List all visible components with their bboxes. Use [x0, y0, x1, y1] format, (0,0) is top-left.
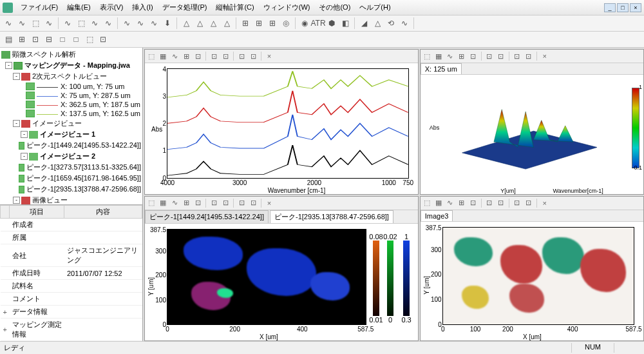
- toolbar-button[interactable]: ∿: [148, 17, 160, 29]
- menu-edit[interactable]: 編集(E): [63, 1, 95, 14]
- panel-toolbar-button[interactable]: ⊡: [236, 198, 247, 208]
- tree-root[interactable]: 顕微スペクトル解析: [12, 50, 76, 59]
- toolbar-button[interactable]: ⊡: [30, 34, 41, 45]
- toolbar-button[interactable]: ⊟: [43, 34, 55, 45]
- toolbar-button[interactable]: ⬚: [30, 17, 41, 29]
- panel-toolbar-button[interactable]: ⊡: [209, 198, 219, 208]
- tree-peak-item[interactable]: ピーク-1[1659.45[1671.98-1645.95]]: [26, 173, 141, 183]
- menu-axis[interactable]: 縦軸計算(C): [212, 1, 258, 14]
- expand-toggle[interactable]: +: [1, 319, 10, 341]
- tree-peak-item[interactable]: ピーク-1[3273.57[3113.51-3325.64]]: [26, 162, 141, 172]
- panel-toolbar-button[interactable]: ▦: [433, 51, 444, 61]
- panel-toolbar-button[interactable]: ⊡: [468, 198, 478, 208]
- toolbar-button[interactable]: ∿: [16, 17, 28, 29]
- restore-button[interactable]: □: [617, 3, 629, 12]
- toolbar-button[interactable]: △: [180, 17, 192, 29]
- toolbar-button[interactable]: ∿: [102, 17, 114, 29]
- panel-toolbar-button[interactable]: ⊡: [220, 51, 231, 61]
- panel-toolbar-button[interactable]: ⬚: [146, 198, 156, 208]
- tree-image-view[interactable]: イメージビュー: [32, 119, 82, 128]
- panel-toolbar-button[interactable]: ⊡: [193, 51, 203, 61]
- toolbar-button[interactable]: ⊡: [97, 34, 109, 45]
- panel-toolbar-button[interactable]: ⊡: [496, 198, 506, 208]
- toolbar-button[interactable]: ∿: [399, 17, 410, 29]
- menu-insert[interactable]: 挿入(I): [128, 1, 156, 14]
- toolbar-button[interactable]: ⊞: [16, 34, 28, 45]
- panel-toolbar-button[interactable]: ⊡: [484, 51, 495, 61]
- optical-image-plot[interactable]: 387.5 300 200 100 0 0 100 200 400 587.5: [442, 227, 634, 326]
- tree-peak-item[interactable]: ピーク-1[2935.13[3788.47-2596.68]]: [26, 184, 141, 194]
- tab-image3[interactable]: Image3: [421, 210, 453, 221]
- tree-imgview1[interactable]: イメージビュー 1: [40, 130, 95, 139]
- menu-other[interactable]: その他(O): [315, 1, 354, 14]
- tree-spectrum-item[interactable]: X: 100 um, Y: 75 um: [61, 83, 124, 90]
- expand-toggle[interactable]: -: [21, 153, 28, 160]
- panel-toolbar-button[interactable]: ∿: [445, 198, 455, 208]
- expand-toggle[interactable]: +: [1, 306, 10, 319]
- menu-window[interactable]: ウィンドウ(W): [260, 1, 314, 14]
- panel-toolbar-button[interactable]: ⊡: [512, 51, 522, 61]
- tab-x125[interactable]: X: 125 um: [421, 63, 462, 74]
- peak-map-plot[interactable]: 387.5 300 200 100 0 0 200 400 587.5: [167, 229, 366, 326]
- tree-spectrum-item[interactable]: X: 137.5 um, Y: 162.5 um: [61, 110, 140, 117]
- toolbar-button[interactable]: △: [221, 17, 232, 29]
- toolbar-button[interactable]: ◉: [299, 17, 310, 29]
- panel-toolbar-button[interactable]: ⊡: [193, 198, 203, 208]
- tree-document[interactable]: マッピングデータ - Mapping.jwa: [24, 61, 130, 70]
- toolbar-button[interactable]: ∿: [121, 17, 133, 29]
- panel-toolbar-button[interactable]: ×: [264, 198, 274, 208]
- toolbar-button[interactable]: ⬇: [162, 17, 173, 29]
- panel-toolbar-button[interactable]: ⊞: [181, 198, 191, 208]
- panel-toolbar-button[interactable]: ⊡: [468, 51, 478, 61]
- close-button[interactable]: ×: [630, 3, 641, 12]
- tree-peak-item[interactable]: ピーク-1[1449.24[1495.53-1422.24]]: [26, 141, 141, 150]
- expand-toggle[interactable]: -: [21, 131, 28, 138]
- menu-view[interactable]: 表示(V): [96, 1, 128, 14]
- minimize-button[interactable]: _: [604, 3, 616, 12]
- panel-toolbar-button[interactable]: ⊡: [248, 51, 258, 61]
- spectra-plot[interactable]: 4 3 2 1 0 4000 3000 2000 1000 750: [167, 68, 409, 179]
- tree-pic-view[interactable]: 画像ビュー: [32, 195, 68, 204]
- toolbar-button[interactable]: ▤: [3, 34, 14, 45]
- panel-toolbar-button[interactable]: ⊡: [512, 198, 522, 208]
- panel-toolbar-button[interactable]: ×: [264, 51, 274, 61]
- tab-peak1[interactable]: ピーク-1[1449.24[1495.53-1422.24]]: [145, 210, 269, 223]
- toolbar-button[interactable]: ◎: [280, 17, 292, 29]
- expand-toggle[interactable]: -: [13, 73, 20, 80]
- toolbar-button[interactable]: △: [207, 17, 219, 29]
- panel-toolbar-button[interactable]: ⊡: [220, 198, 231, 208]
- panel-toolbar-button[interactable]: ⊡: [248, 198, 258, 208]
- panel-toolbar-button[interactable]: ▦: [433, 198, 444, 208]
- panel-toolbar-button[interactable]: ▦: [158, 51, 168, 61]
- toolbar-button[interactable]: ⬢: [326, 17, 337, 29]
- toolbar-button[interactable]: △: [372, 17, 383, 29]
- panel-toolbar-button[interactable]: ⊡: [209, 51, 219, 61]
- toolbar-button[interactable]: ⊞: [267, 17, 278, 29]
- panel-toolbar-button[interactable]: ⊞: [457, 51, 467, 61]
- toolbar-button[interactable]: △: [194, 17, 205, 29]
- tree-imgview2[interactable]: イメージビュー 2: [40, 152, 95, 161]
- panel-toolbar-button[interactable]: ∿: [169, 198, 180, 208]
- toolbar-button[interactable]: □: [70, 34, 82, 45]
- toolbar-button[interactable]: ∿: [43, 17, 55, 29]
- tree-spectrum-item[interactable]: X: 362.5 um, Y: 187.5 um: [61, 101, 140, 108]
- surface3d-plot[interactable]: [446, 88, 605, 175]
- panel-toolbar-button[interactable]: ⊡: [484, 198, 495, 208]
- toolbar-button[interactable]: □: [57, 34, 68, 45]
- data-tree[interactable]: 顕微スペクトル解析 -マッピングデータ - Mapping.jwa -2次元スペ…: [0, 48, 142, 204]
- panel-toolbar-button[interactable]: ▦: [158, 198, 168, 208]
- panel-toolbar-button[interactable]: ⊡: [524, 198, 534, 208]
- toolbar-button[interactable]: ⬚: [84, 34, 95, 45]
- menu-file[interactable]: ファイル(F): [17, 1, 62, 14]
- toolbar-button[interactable]: ∿: [3, 17, 14, 29]
- panel-toolbar-button[interactable]: ⬚: [422, 51, 432, 61]
- toolbar-button[interactable]: ⟲: [385, 17, 397, 29]
- menu-data[interactable]: データ処理(P): [158, 1, 211, 14]
- panel-toolbar-button[interactable]: ⊡: [524, 51, 534, 61]
- panel-toolbar-button[interactable]: ∿: [445, 51, 455, 61]
- toolbar-button[interactable]: ⊞: [253, 17, 265, 29]
- toolbar-button[interactable]: ∿: [62, 17, 73, 29]
- toolbar-button[interactable]: ∿: [135, 17, 146, 29]
- toolbar-button[interactable]: ATR: [312, 17, 324, 29]
- panel-toolbar-button[interactable]: ×: [540, 198, 550, 208]
